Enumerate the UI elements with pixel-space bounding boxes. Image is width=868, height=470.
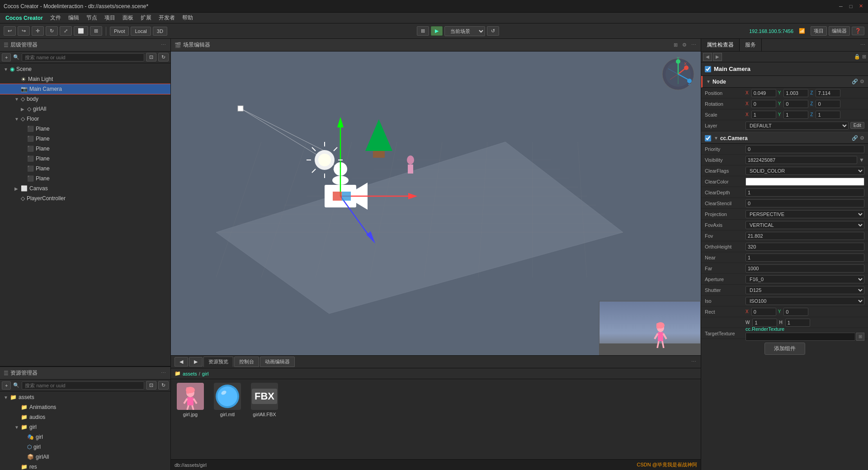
asset-audios[interactable]: ▶ 📁 audios xyxy=(0,412,170,422)
scene-grid-btn[interactable]: ⊞ xyxy=(672,42,679,49)
project-btn[interactable]: 项目 xyxy=(811,26,827,36)
menu-edit[interactable]: 编辑 xyxy=(65,13,83,23)
help-btn[interactable]: ❓ xyxy=(852,27,864,35)
bottom-more-icon[interactable]: ⋯ xyxy=(690,358,697,366)
asset-item-girlfbx[interactable]: FBX girlAll.FBX xyxy=(249,383,280,417)
local-btn[interactable]: Local xyxy=(131,27,151,36)
near-input[interactable] xyxy=(745,254,864,262)
menu-help[interactable]: 帮助 xyxy=(179,13,197,23)
projection-select[interactable]: PERSPECTIVE xyxy=(745,210,864,218)
camera-section-header[interactable]: ▼ cc.Camera 🔗 ⚙ xyxy=(701,132,868,144)
asset-item-girljpg[interactable]: girl.jpg xyxy=(175,383,206,417)
clearstencil-input[interactable] xyxy=(745,199,864,207)
menu-panel[interactable]: 面板 xyxy=(119,13,137,23)
rect-h-input[interactable] xyxy=(785,319,810,327)
tree-maincamera[interactable]: ▶ 📷 Main Camera xyxy=(0,84,170,94)
hierarchy-expand-btn[interactable]: ⊡ xyxy=(146,53,156,61)
menu-extend[interactable]: 扩展 xyxy=(137,13,155,23)
menu-file[interactable]: 文件 xyxy=(47,13,65,23)
rot-z-input[interactable] xyxy=(816,100,840,108)
fov-input[interactable] xyxy=(745,232,864,240)
asset-res[interactable]: ▶ 📁 res xyxy=(0,462,170,470)
asset-animations[interactable]: ▶ 📁 Animations xyxy=(0,402,170,412)
undo-btn[interactable]: ↩ xyxy=(4,26,16,36)
menu-project[interactable]: 项目 xyxy=(101,13,119,23)
pivot-btn[interactable]: Pivot xyxy=(110,27,129,36)
tree-floor[interactable]: ▼ ◇ Floor xyxy=(0,114,170,124)
asset-search-input[interactable] xyxy=(22,381,144,390)
target-texture-input[interactable] xyxy=(745,333,855,341)
inspector-nav-back[interactable]: ◀ xyxy=(703,53,712,61)
pos-z-input[interactable] xyxy=(816,89,840,97)
tree-plane4[interactable]: ▶ ⬛ Plane xyxy=(0,154,170,164)
asset-item-girlmtl[interactable]: girl.mtl xyxy=(212,383,243,417)
node-settings-icon[interactable]: ⚙ xyxy=(860,79,864,85)
asset-expand-btn[interactable]: ⊡ xyxy=(146,381,156,390)
rot-y-input[interactable] xyxy=(783,100,808,108)
cam-link-icon[interactable]: 🔗 xyxy=(852,135,858,141)
rect-x-input[interactable] xyxy=(751,308,776,316)
layer-edit-btn[interactable]: Edit xyxy=(850,122,864,129)
tree-plane1[interactable]: ▶ ⬛ Plane xyxy=(0,124,170,134)
aperture-select[interactable]: F16_0 xyxy=(745,275,864,283)
grid-btn[interactable]: ⊞ xyxy=(417,26,429,36)
hierarchy-add-btn[interactable]: + xyxy=(2,53,11,61)
scene-more-btn[interactable]: ⋯ xyxy=(690,42,697,49)
rect-tool-btn[interactable]: ⬜ xyxy=(74,26,88,36)
asset-refresh-btn[interactable]: ↻ xyxy=(158,381,169,390)
clearcolor-swatch[interactable] xyxy=(745,178,864,186)
camera-enabled-checkbox[interactable] xyxy=(705,135,711,141)
inspector-lock-icon[interactable]: 🔒 xyxy=(854,54,860,60)
rot-x-input[interactable] xyxy=(751,100,776,108)
cam-settings-icon[interactable]: ⚙ xyxy=(860,135,864,141)
shutter-select[interactable]: D125 xyxy=(745,286,864,294)
cleardepth-input[interactable] xyxy=(745,188,864,197)
node-enabled-checkbox[interactable] xyxy=(705,66,711,72)
tab-inspector[interactable]: 属性检查器 xyxy=(701,39,740,51)
rect-y-input[interactable] xyxy=(783,308,808,316)
scale-y-input[interactable] xyxy=(783,111,808,119)
target-texture-pick-btn[interactable]: ⊞ xyxy=(856,333,864,341)
node-section-header[interactable]: ▼ Node 🔗 ⚙ xyxy=(701,76,868,88)
minimize-btn[interactable]: ─ xyxy=(837,3,844,10)
inspector-nav-fwd[interactable]: ▶ xyxy=(713,53,722,61)
tab-animation[interactable]: 动画编辑器 xyxy=(260,357,295,367)
scene-select[interactable]: 当前场景 xyxy=(444,26,485,36)
asset-add-btn[interactable]: + xyxy=(2,381,11,390)
asset-girl-sub1[interactable]: ▶ 🎭 girl xyxy=(0,432,170,442)
hierarchy-refresh-btn[interactable]: ↻ xyxy=(158,53,169,61)
menu-dev[interactable]: 开发者 xyxy=(155,13,179,23)
hierarchy-more-icon[interactable]: ⋯ xyxy=(160,42,167,49)
nav-back-btn[interactable]: ◀ xyxy=(175,357,188,367)
tab-service[interactable]: 服务 xyxy=(740,39,762,51)
add-component-btn[interactable]: 添加组件 xyxy=(764,343,805,355)
menu-node[interactable]: 节点 xyxy=(83,13,101,23)
far-input[interactable] xyxy=(745,264,864,273)
tree-plane2[interactable]: ▶ ⬛ Plane xyxy=(0,134,170,144)
scale-tool-btn[interactable]: ⤢ xyxy=(60,26,72,36)
tree-mainlight[interactable]: ▶ ☀ Main Light xyxy=(0,74,170,84)
hierarchy-search-input[interactable] xyxy=(22,53,144,61)
scale-x-input[interactable] xyxy=(751,111,776,119)
3d-btn[interactable]: 3D xyxy=(153,27,167,36)
orthoheight-input[interactable] xyxy=(745,243,864,251)
asset-more-icon[interactable]: ⋯ xyxy=(160,370,167,377)
asset-girlall-fbx[interactable]: ▶ 📦 girlAll xyxy=(0,452,170,462)
tab-assets[interactable]: 资源预览 xyxy=(203,357,233,367)
clearflags-select[interactable]: SOLID_COLOR xyxy=(745,167,864,175)
layer-select[interactable]: DEFAULT xyxy=(745,122,849,130)
fovaxis-select[interactable]: VERTICAL xyxy=(745,221,864,229)
move-tool-btn[interactable]: ✛ xyxy=(32,26,44,36)
rotate-tool-btn[interactable]: ↻ xyxy=(46,26,58,36)
pos-x-input[interactable] xyxy=(751,89,776,97)
iso-select[interactable]: ISO100 xyxy=(745,297,864,305)
refresh-btn[interactable]: ↺ xyxy=(487,26,499,36)
maximize-btn[interactable]: □ xyxy=(847,3,854,10)
pos-y-input[interactable] xyxy=(783,89,808,97)
play-btn[interactable]: ▶ xyxy=(431,26,443,36)
visibility-dropdown[interactable]: ▼ xyxy=(859,157,864,163)
node-link-icon[interactable]: 🔗 xyxy=(852,79,858,85)
asset-girl-sub2[interactable]: ▶ ⬡ girl xyxy=(0,442,170,452)
rect-w-input[interactable] xyxy=(752,319,777,327)
nav-fwd-btn[interactable]: ▶ xyxy=(189,357,203,367)
